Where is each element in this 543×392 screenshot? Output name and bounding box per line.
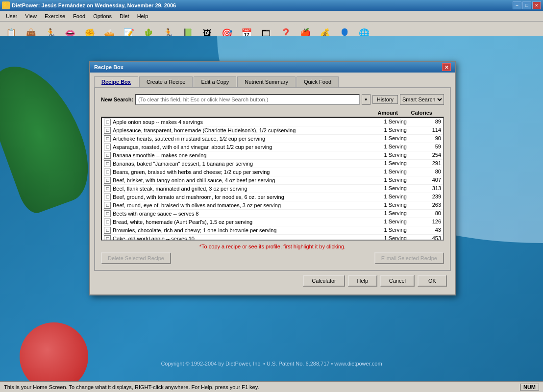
tab-create-recipe[interactable]: Create a Recipe [139, 76, 193, 87]
recipe-calories: 90 [409, 135, 443, 142]
info-text: *To copy a recipe or see its profile, fi… [101, 244, 444, 249]
recipe-icon: ☐ [104, 144, 111, 150]
recipe-amount: 1 Serving [370, 144, 409, 150]
menu-exercise[interactable]: Exercise [41, 12, 69, 20]
tab-recipe-box[interactable]: Recipe Box [94, 76, 138, 87]
recipe-row[interactable]: ☐Cake, old world apple -- serves 101 Ser… [102, 235, 443, 241]
dialog-content: Recipe Box Create a Recipe Edit a Copy N… [90, 73, 455, 294]
menu-food[interactable]: Food [69, 12, 89, 20]
recipe-name-text: Apple onion soup -- makes 4 servings [113, 119, 203, 125]
recipe-amount: 1 Serving [370, 127, 409, 134]
recipe-name-text: Beans, green, braised with herbs and che… [113, 169, 270, 175]
recipe-calories: 407 [409, 177, 443, 184]
column-name [101, 110, 361, 116]
close-button[interactable]: ✕ [532, 1, 541, 9]
recipe-icon: ☐ [104, 219, 111, 225]
recipe-calories: 59 [409, 144, 443, 150]
recipe-icon: ☐ [104, 177, 111, 184]
ok-button[interactable]: OK [418, 275, 447, 287]
recipe-icon: ☐ [104, 127, 111, 134]
recipe-name-text: Banana smoothie -- makes one serving [113, 152, 206, 158]
dialog-title-bar: Recipe Box ✕ [90, 62, 455, 73]
copyright-text: Copyright © 1992-2004 by DietPower, Inc.… [0, 361, 543, 367]
recipe-icon: ☐ [104, 169, 111, 175]
tab-nutrient-summary[interactable]: Nutrient Summary [237, 76, 296, 87]
dialog-title-text: Recipe Box [94, 64, 123, 70]
menu-diet[interactable]: Diet [116, 12, 133, 20]
history-button[interactable]: History [372, 95, 398, 104]
recipe-row[interactable]: ☐Brownies, chocolate, rich and chewy; 1 … [102, 226, 443, 235]
search-dropdown-button[interactable]: ▼ [362, 94, 370, 105]
window-title: DietPower: Jesús Fernández on Wednesday,… [12, 2, 176, 8]
recipe-icon: ☐ [104, 235, 111, 241]
menu-help[interactable]: Help [133, 12, 152, 20]
recipe-amount: 1 Serving [370, 210, 409, 217]
recipe-row[interactable]: ☐Beans, green, braised with herbs and ch… [102, 168, 443, 176]
status-message: This is your Home Screen. To change what… [4, 384, 259, 390]
recipe-icon: ☐ [104, 202, 111, 209]
minimize-button[interactable]: – [513, 1, 521, 9]
menu-user[interactable]: User [2, 12, 21, 20]
delete-selected-button[interactable]: Delete Selected Recipe [101, 252, 171, 264]
recipe-row[interactable]: ☐Beef, brisket, with tangy onion and chi… [102, 176, 443, 185]
tab-edit-copy[interactable]: Edit a Copy [194, 76, 236, 87]
recipe-amount: 1 Serving [370, 227, 409, 234]
recipe-row[interactable]: ☐Beef, flank steak, marinated and grille… [102, 185, 443, 193]
recipe-row[interactable]: ☐Applesauce, transparent, homemade (Char… [102, 126, 443, 135]
recipe-name-text: Asparagus, roasted, with oil and vinegar… [113, 144, 272, 150]
recipe-icon: ☐ [104, 210, 111, 217]
recipe-icon: ☐ [104, 135, 111, 142]
column-amount: Amount [361, 110, 400, 116]
menu-options[interactable]: Options [89, 12, 116, 20]
recipe-amount: 1 Serving [370, 219, 409, 225]
column-calories: Calories [400, 110, 434, 116]
recipe-amount: 1 Serving [370, 152, 409, 159]
menu-view[interactable]: View [21, 12, 41, 20]
tab-quick-food[interactable]: Quick Food [296, 76, 339, 87]
recipe-amount: 1 Serving [370, 202, 409, 209]
search-label: New Search: [101, 97, 133, 102]
recipe-name-text: Cake, old world apple -- serves 10 [113, 236, 195, 241]
recipe-icon: ☐ [104, 227, 111, 234]
recipe-icon: ☐ [104, 194, 111, 200]
recipe-row[interactable]: ☐Apple onion soup -- makes 4 servings1 S… [102, 118, 443, 126]
recipe-row[interactable]: ☐Banana smoothie -- makes one serving1 S… [102, 151, 443, 160]
column-scroll [434, 110, 444, 116]
action-buttons: Delete Selected Recipe E-mail Selected R… [101, 252, 444, 264]
recipe-row[interactable]: ☐Artichoke hearts, sauteed in mustard sa… [102, 135, 443, 143]
recipe-name-text: Beef, flank steak, marinated and grilled… [113, 186, 247, 192]
leaf-decoration [0, 52, 101, 217]
recipe-row[interactable]: ☐Beef, round, eye of, braised with olive… [102, 201, 443, 210]
recipe-list[interactable]: ☐Apple onion soup -- makes 4 servings1 S… [101, 117, 444, 241]
recipe-name-text: Applesauce, transparent, homemade (Charl… [113, 127, 296, 133]
email-selected-button[interactable]: E-mail Selected Recipe [374, 252, 444, 264]
recipe-name-text: Beef, ground, with tomato and mushroom, … [113, 194, 284, 200]
calculator-button[interactable]: Calculator [303, 275, 345, 287]
recipe-name-text: Beef, brisket, with tangy onion and chil… [113, 177, 275, 183]
recipe-row[interactable]: ☐Asparagus, roasted, with oil and vinega… [102, 143, 443, 151]
recipe-name-text: Bread, white, homemade (Aunt Pearl's), 1… [113, 219, 252, 225]
recipe-calories: 239 [409, 194, 443, 200]
status-right: NUM [520, 384, 539, 391]
apple-decoration [20, 322, 88, 381]
recipe-amount: 1 Serving [370, 194, 409, 200]
cancel-button[interactable]: Cancel [380, 275, 415, 287]
desktop: Copyright © 1992-2004 by DietPower, Inc.… [0, 36, 543, 381]
recipe-calories: 80 [409, 169, 443, 175]
recipe-row[interactable]: ☐Bananas, baked "Jamaican" dessert, 1 ba… [102, 160, 443, 168]
recipe-calories: 126 [409, 219, 443, 225]
recipe-row[interactable]: ☐Beets with orange sauce -- serves 81 Se… [102, 210, 443, 218]
recipe-icon: ☐ [104, 152, 111, 159]
dialog-close-button[interactable]: ✕ [442, 63, 451, 71]
recipe-calories: 43 [409, 227, 443, 234]
search-type-select[interactable]: Smart Search [400, 94, 444, 105]
recipe-calories: 80 [409, 210, 443, 217]
status-bar: This is your Home Screen. To change what… [0, 381, 543, 392]
recipe-row[interactable]: ☐Beef, ground, with tomato and mushroom,… [102, 193, 443, 201]
search-row: New Search: ▼ History Smart Search [101, 94, 444, 105]
search-input[interactable] [135, 94, 360, 105]
help-dialog-button[interactable]: Help [348, 275, 377, 287]
maximize-button[interactable]: □ [522, 1, 531, 9]
recipe-calories: 453 [409, 235, 443, 241]
recipe-row[interactable]: ☐Bread, white, homemade (Aunt Pearl's), … [102, 218, 443, 226]
